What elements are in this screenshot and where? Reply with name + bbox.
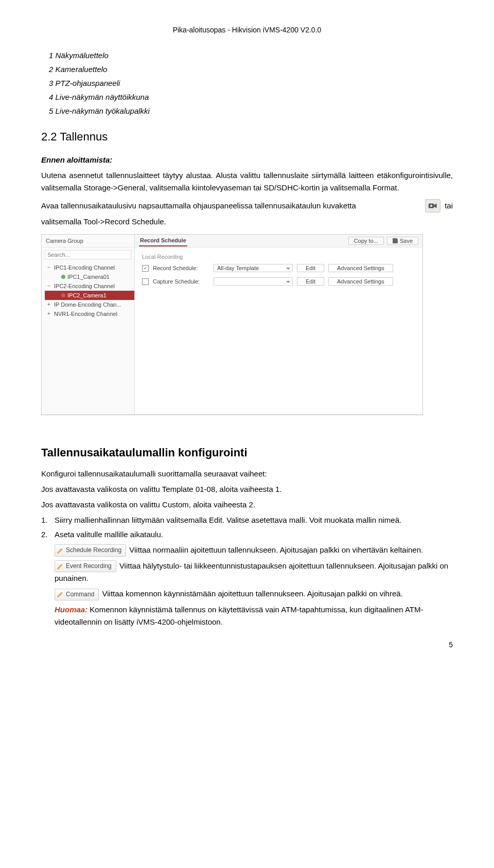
step-num-2: 2.: [41, 528, 50, 541]
huomaa-label: Huomaa:: [55, 605, 87, 614]
command-desc: Viittaa komennon käynnistämään ajoitettu…: [102, 589, 403, 598]
sidebar-title: Camera Group: [42, 235, 134, 247]
config-p2: Jos avattavasta valikosta on valittu Tem…: [41, 483, 453, 495]
record-schedule-icon: [425, 199, 440, 212]
tree-group-ipdome[interactable]: +IP Dome-Encoding Chan...: [45, 300, 134, 309]
legend-list: 1 Näkymäluettelo 2 Kameraluettelo 3 PTZ-…: [49, 48, 453, 118]
doc-header: Pika-aloitusopas - Hikvision iVMS-4200 V…: [41, 26, 453, 34]
step-2-text: Aseta valitulle mallille aikataulu.: [55, 528, 453, 541]
legend-5: 5 Live-näkymän työkalupalkki: [49, 104, 453, 118]
record-schedule-row-label: Record Schedule:: [153, 265, 209, 271]
section-heading: 2.2 Tallennus: [41, 130, 453, 144]
capture-schedule-checkbox[interactable]: [142, 278, 149, 285]
svg-point-1: [430, 205, 433, 207]
para-1: Uutena asennetut tallennuslaitteet täyty…: [41, 169, 453, 194]
para-2-post: tai: [445, 200, 453, 212]
ennen-label: Ennen aloittamista:: [41, 155, 112, 164]
capture-edit-button[interactable]: Edit: [297, 277, 324, 286]
edit-button[interactable]: Edit: [297, 264, 324, 272]
advanced-settings-button[interactable]: Advanced Settings: [328, 264, 393, 272]
step-1-text: Siirry mallienhallinnan liittymään valit…: [55, 514, 453, 526]
search-input[interactable]: [45, 250, 131, 259]
schedule-recording-tag: Schedule Recording: [55, 544, 126, 556]
pen-icon: [57, 591, 63, 597]
local-recording-label: Local Recording: [142, 254, 415, 260]
legend-2: 2 Kameraluettelo: [49, 62, 453, 76]
step-num-1: 1.: [41, 514, 50, 526]
tree-group-ipc1[interactable]: −IPC1-Encoding Channel: [45, 263, 134, 272]
status-dot-icon: [61, 275, 65, 279]
tab-record-schedule[interactable]: Record Schedule: [139, 235, 187, 246]
record-schedule-checkbox[interactable]: ✓: [142, 265, 149, 272]
tree-group-nvr1[interactable]: +NVR1-Encoding Channel: [45, 309, 134, 318]
huomaa-text: Komennon käynnistämä tallennus on käytet…: [55, 605, 423, 626]
copy-to-button[interactable]: Copy to...: [348, 237, 384, 245]
schedule-recording-desc: Viittaa normaaliin ajoitettuun tallennuk…: [129, 545, 423, 554]
capture-advanced-button[interactable]: Advanced Settings: [328, 277, 393, 286]
para-3: valitsemalla Tool->Record Schedule.: [41, 216, 453, 228]
config-heading: Tallennusaikataulumallin konfigurointi: [41, 446, 453, 459]
config-p3: Jos avattavasta valikosta on valittu Cus…: [41, 499, 453, 511]
tree-cam-ipc2-01[interactable]: IPC2_Camera1: [45, 291, 134, 300]
status-dot-icon: [61, 293, 65, 297]
config-p1: Konfiguroi tallennusaikataulumalli suori…: [41, 468, 453, 480]
capture-schedule-row-label: Capture Schedule:: [153, 278, 209, 285]
record-schedule-screenshot: Camera Group −IPC1-Encoding Channel IPC1…: [41, 234, 423, 415]
command-tag: Command: [55, 589, 99, 600]
tree-cam-ipc1-01[interactable]: IPC1_Camera01: [45, 272, 134, 281]
tree-group-ipc2[interactable]: −IPC2-Encoding Channel: [45, 281, 134, 291]
legend-1: 1 Näkymäluettelo: [49, 48, 453, 62]
pen-icon: [57, 563, 63, 570]
capture-template-select[interactable]: [214, 277, 293, 286]
legend-4: 4 Live-näkymän näyttöikkuna: [49, 90, 453, 104]
event-recording-tag: Event Recording: [55, 560, 116, 572]
template-select[interactable]: All-day Template: [214, 264, 293, 272]
save-icon: [393, 238, 398, 243]
save-button[interactable]: Save: [387, 237, 418, 245]
para-2-pre: Avaa tallennusaikataulusivu napsauttamal…: [41, 200, 356, 212]
page-number: 5: [41, 641, 453, 649]
legend-3: 3 PTZ-ohjauspaneeli: [49, 76, 453, 90]
pen-icon: [57, 547, 63, 554]
